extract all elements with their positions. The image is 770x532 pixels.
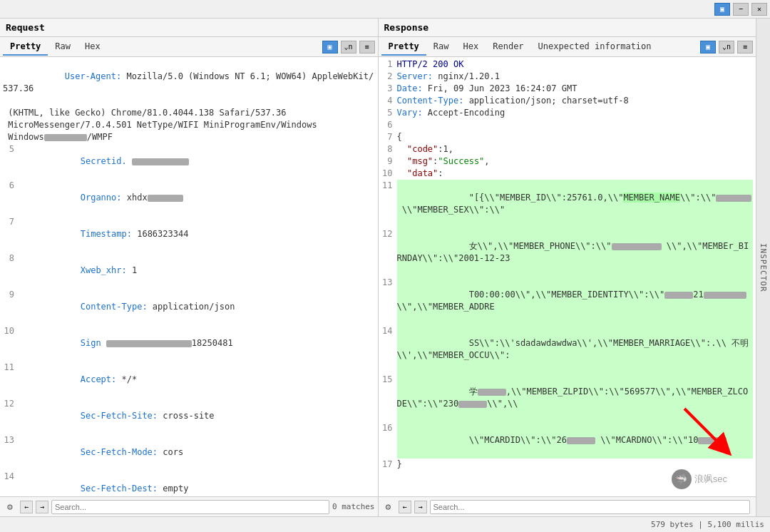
req-icon3[interactable]: ≡ — [359, 41, 375, 53]
inspector-label: INSPECTOR — [759, 243, 768, 292]
response-body: 1 HTTP/2 200 OK 2 Server: nginx/1.20.1 3… — [379, 57, 756, 496]
req-line-3: MicroMessenger/7.0.4.501 NetType/WIFI Mi… — [3, 119, 375, 131]
status-bar: 579 bytes | 5,100 millis — [0, 516, 770, 532]
minimize-icon[interactable]: − — [733, 3, 749, 16]
request-forward-btn[interactable]: → — [36, 501, 48, 513]
watermark: 🦈 浪飒sec — [672, 469, 727, 489]
response-forward-btn[interactable]: → — [414, 501, 427, 513]
resp-line-2: 2 Server: nginx/1.20.1 — [381, 71, 754, 83]
resp-line-12: 12 女\\",\\"MEMBER_PHONE\\":\\" \\",\\"ME… — [381, 228, 754, 277]
response-search-input[interactable] — [430, 500, 751, 514]
request-pane-header: Request — [0, 19, 378, 37]
request-tab-icons: ▣ ⌄n ≡ — [322, 41, 375, 53]
tab-hex-response[interactable]: Hex — [456, 39, 486, 56]
req-icon1[interactable]: ▣ — [322, 41, 338, 53]
resp-line-4: 4 Content-Type: application/json; charse… — [381, 95, 754, 107]
resp-line-1: 1 HTTP/2 200 OK — [381, 58, 754, 71]
tab-pretty-request[interactable]: Pretty — [3, 39, 48, 56]
top-bar: ▣ − ✕ — [0, 0, 770, 19]
response-title: Response — [384, 22, 429, 33]
resp-line-17: 17 } — [381, 459, 754, 471]
tab-hex-request[interactable]: Hex — [78, 39, 108, 56]
resp-line-13: 13 T00:00:00\\",\\"MEMBER_IDENTITY\\":\\… — [381, 277, 754, 325]
req-line-14: 14 Sec-Fetch-Dest: empty — [3, 471, 375, 496]
resp-line-15: 15 学,\\"MEMBER_ZLPID\\":\\"569577\\",\\"… — [381, 374, 754, 422]
req-line-8: 8 Xweb_xhr: 1 — [3, 252, 375, 289]
response-back-btn[interactable]: ← — [399, 501, 411, 513]
tab-pretty-response[interactable]: Pretty — [381, 39, 426, 56]
req-line-12: 12 Sec-Fetch-Site: cross-site — [3, 398, 375, 434]
close-window-icon[interactable]: ✕ — [751, 3, 767, 16]
tab-unexpected-response[interactable]: Unexpected information — [531, 39, 659, 56]
tab-raw-request[interactable]: Raw — [48, 39, 78, 56]
req-line-10: 10 Sign 18250481 — [3, 325, 375, 362]
resp-line-6: 6 — [381, 119, 754, 131]
request-tabs: Pretty Raw Hex ▣ ⌄n ≡ — [0, 37, 378, 57]
tab-render-response[interactable]: Render — [486, 39, 530, 56]
response-search-bar: ⚙ ← → — [379, 496, 756, 516]
request-body: User-Agent: Mozilla/5.0 (Windows NT 6.1;… — [0, 57, 378, 496]
req-line-9: 9 Content-Type: application/json — [3, 289, 375, 325]
resp-line-8: 8 "code":1, — [381, 143, 754, 155]
req-line-13: 13 Sec-Fetch-Mode: cors — [3, 434, 375, 471]
status-info: 579 bytes | 5,100 millis — [651, 520, 764, 529]
resp-line-9: 9 "msg":"Success", — [381, 155, 754, 168]
response-tab-icons: ▣ ⌄n ≡ — [700, 41, 753, 53]
response-pane-header: Response — [379, 19, 756, 37]
request-search-bar: ⚙ ← → 0 matches — [0, 496, 378, 516]
response-settings-icon[interactable]: ⚙ — [381, 500, 396, 514]
resp-line-14: 14 SS\\":\\'sdadawdawdwa\\',\\"MEMBER_MA… — [381, 325, 754, 374]
layout-icon[interactable]: ▣ — [714, 3, 730, 16]
resp-icon3[interactable]: ≡ — [737, 41, 753, 53]
resp-line-5: 5 Vary: Accept-Encoding — [381, 107, 754, 119]
req-line-11: 11 Accept: */* — [3, 362, 375, 398]
req-line-6: 6 Organno: xhdx — [3, 180, 375, 216]
watermark-icon: 🦈 — [672, 469, 692, 489]
request-search-matches: 0 matches — [332, 502, 375, 511]
resp-line-11: 11 "[{\\"MEMBER_ID\\":25761.0,\\"MEMBER_… — [381, 180, 754, 228]
tab-raw-response[interactable]: Raw — [426, 39, 456, 56]
resp-line-7: 7 { — [381, 131, 754, 143]
request-back-btn[interactable]: ← — [20, 501, 33, 513]
request-title: Request — [6, 22, 45, 33]
request-search-input[interactable] — [51, 500, 329, 514]
top-bar-icons: ▣ − ✕ — [714, 3, 767, 16]
resp-line-16: 16 \\"MCARDID\\":\\"26 \\"MCARDNO\\":\\"… — [381, 422, 754, 459]
resp-icon1[interactable]: ▣ — [700, 41, 716, 53]
inspector-sidebar: INSPECTOR — [756, 19, 770, 516]
resp-line-10: 10 "data": — [381, 168, 754, 180]
req-line-7: 7 Timestamp: 1686323344 — [3, 216, 375, 252]
resp-line-3: 3 Date: Fri, 09 Jun 2023 16:24:07 GMT — [381, 83, 754, 95]
req-line-5: 5 Secretid. — [3, 143, 375, 180]
req-line-4: Windows/WMPF — [3, 131, 375, 143]
req-line-1: User-Agent: Mozilla/5.0 (Windows NT 6.1;… — [3, 58, 375, 107]
resp-icon2[interactable]: ⌄n — [719, 41, 734, 53]
req-icon2[interactable]: ⌄n — [341, 41, 356, 53]
req-line-2: (KHTML, like Gecko) Chrome/81.0.4044.138… — [3, 107, 375, 119]
request-pane: Request Pretty Raw Hex ▣ ⌄n ≡ User-Agent… — [0, 19, 379, 516]
response-tabs: Pretty Raw Hex Render Unexpected informa… — [379, 37, 756, 57]
watermark-text: 浪飒sec — [694, 473, 727, 486]
response-pane: Response Pretty Raw Hex Render Unexpecte… — [379, 19, 756, 516]
request-settings-icon[interactable]: ⚙ — [3, 500, 17, 514]
